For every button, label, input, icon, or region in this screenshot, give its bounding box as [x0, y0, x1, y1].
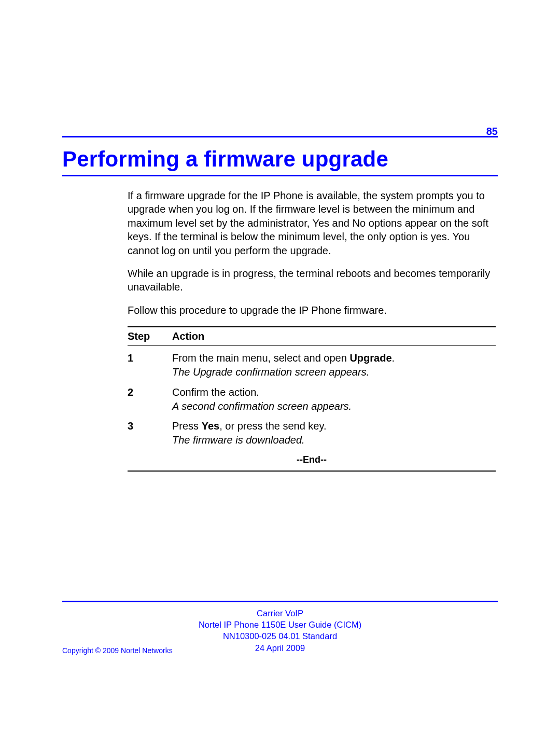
step-table: Step Action 1 From the main menu, select… [128, 326, 496, 472]
body-text: If a firmware upgrade for the IP Phone i… [128, 189, 496, 317]
page-title: Performing a firmware upgrade [62, 147, 498, 172]
document-page: 85 Performing a firmware upgrade If a fi… [0, 0, 560, 747]
footer-line: NN10300-025 04.01 Standard [62, 630, 498, 642]
title-underline [62, 175, 498, 176]
action-result: A second confirmation screen appears. [172, 399, 496, 413]
action-bold: Upgrade [349, 352, 391, 364]
action-result: The firmware is downloaded. [172, 433, 496, 447]
action-text-pre: Press [172, 420, 202, 432]
action-result: The Upgrade confirmation screen appears. [172, 365, 496, 379]
end-label: --End-- [128, 454, 496, 465]
step-action: From the main menu, select and open Upgr… [172, 351, 496, 379]
table-row: 2 Confirm the action. A second confirmat… [128, 385, 496, 413]
paragraph: Follow this procedure to upgrade the IP … [128, 303, 496, 317]
action-text-post: , or press the send key. [219, 420, 326, 432]
table-top-rule [128, 326, 496, 327]
footer-rule [62, 601, 498, 602]
page-footer: Carrier VoIP Nortel IP Phone 1150E User … [62, 601, 498, 654]
table-bottom-rule [128, 471, 496, 472]
table-header: Step Action [128, 329, 496, 343]
footer-line: Nortel IP Phone 1150E User Guide (CICM) [62, 619, 498, 630]
paragraph: While an upgrade is in progress, the ter… [128, 267, 496, 294]
action-text-pre: Confirm the action. [172, 386, 259, 398]
step-action: Press Yes, or press the send key. The fi… [172, 419, 496, 447]
step-action: Confirm the action. A second confirmatio… [172, 385, 496, 413]
table-row: 3 Press Yes, or press the send key. The … [128, 419, 496, 447]
action-bold: Yes [202, 420, 219, 432]
action-text-pre: From the main menu, select and open [172, 352, 349, 364]
header-step: Step [128, 330, 172, 342]
footer-copyright: Copyright © 2009 Nortel Networks [62, 646, 173, 655]
step-number: 3 [128, 419, 172, 447]
page-number: 85 [486, 126, 498, 137]
footer-line: Carrier VoIP [62, 607, 498, 619]
table-row: 1 From the main menu, select and open Up… [128, 351, 496, 379]
paragraph: If a firmware upgrade for the IP Phone i… [128, 189, 496, 257]
top-rule [62, 136, 498, 137]
step-number: 1 [128, 351, 172, 379]
action-text-post: . [392, 352, 395, 364]
header-action: Action [172, 330, 496, 342]
table-header-rule [128, 345, 496, 346]
step-number: 2 [128, 385, 172, 413]
